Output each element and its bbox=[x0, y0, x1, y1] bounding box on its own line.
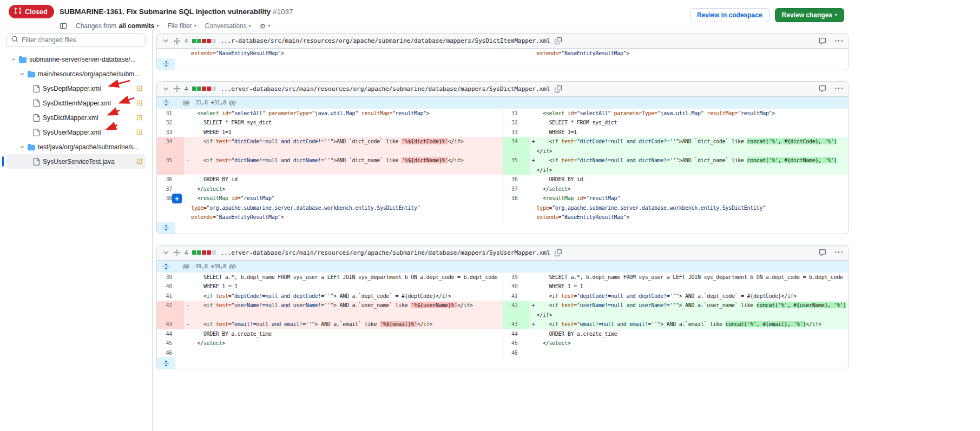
code-segment: > bbox=[461, 157, 464, 163]
line-number[interactable]: 35 bbox=[503, 156, 530, 175]
line-number[interactable] bbox=[157, 49, 184, 58]
comments-toggle-button[interactable] bbox=[819, 85, 826, 92]
line-number[interactable]: 42 bbox=[157, 301, 184, 320]
file-menu-button[interactable] bbox=[835, 85, 843, 92]
code-segment: > bbox=[549, 148, 552, 154]
expand-diff-button[interactable] bbox=[157, 222, 175, 234]
file-menu-button[interactable] bbox=[835, 249, 843, 256]
line-number[interactable]: 43 bbox=[157, 320, 184, 329]
line-number[interactable]: 41 bbox=[503, 291, 530, 301]
add-comment-button[interactable]: + bbox=[172, 194, 182, 203]
collapse-file-button[interactable] bbox=[162, 37, 169, 44]
code-segment: "dictName!=null and dictName!=''" bbox=[231, 157, 333, 163]
move-icon bbox=[174, 38, 180, 44]
line-number[interactable]: 36 bbox=[157, 175, 184, 184]
copy-path-button[interactable] bbox=[555, 85, 562, 92]
line-number[interactable]: 37 bbox=[157, 184, 184, 194]
code-line: ORDER BY id bbox=[184, 175, 503, 184]
comments-toggle-button[interactable] bbox=[819, 37, 826, 45]
line-number[interactable]: 41 bbox=[157, 291, 184, 301]
line-number[interactable]: 31 bbox=[157, 109, 184, 118]
line-number[interactable]: 42 bbox=[503, 301, 530, 320]
diff-sign bbox=[530, 339, 537, 348]
review-changes-label: Review changes bbox=[782, 11, 832, 19]
line-number[interactable]: 44 bbox=[503, 329, 530, 339]
diff-row: 40 WHERE 1 = 140 WHERE 1 = 1 bbox=[157, 282, 848, 291]
code-segment: "deptCode!=null and deptCode!=''" bbox=[231, 293, 333, 299]
line-number[interactable]: 40 bbox=[157, 282, 184, 291]
review-in-codespace-button[interactable]: Review in codespace bbox=[690, 8, 769, 22]
file-filter-input[interactable] bbox=[22, 36, 141, 44]
code-segment: if bbox=[543, 312, 549, 318]
diff-sign: - bbox=[184, 137, 191, 147]
review-changes-button[interactable]: Review changes ▾ bbox=[775, 8, 844, 22]
tree-file-sysdeptmapper-xml[interactable]: SysDeptMapper.xml bbox=[6, 81, 146, 96]
tree-file-sysdictmapper-xml[interactable]: SysDictMapper.xml bbox=[6, 110, 146, 125]
copy-path-button[interactable] bbox=[555, 249, 562, 256]
line-number[interactable]: 37 bbox=[503, 184, 530, 194]
file-menu-button[interactable] bbox=[835, 37, 843, 45]
code-cell: SELECT a.*, b.dept_name FROM sys_user a … bbox=[530, 273, 849, 282]
file-path[interactable]: ...erver-database/src/main/resources/org… bbox=[220, 249, 550, 256]
line-number[interactable]: 45 bbox=[503, 339, 530, 348]
collapse-file-button[interactable] bbox=[162, 249, 169, 256]
diff-sign bbox=[530, 348, 537, 358]
line-number[interactable]: 39 bbox=[157, 273, 184, 282]
diff-sign bbox=[184, 348, 191, 358]
line-number[interactable]: 45 bbox=[157, 339, 184, 348]
line-number[interactable] bbox=[503, 49, 530, 58]
line-number[interactable]: 33 bbox=[157, 128, 184, 137]
line-number[interactable]: 40 bbox=[503, 282, 530, 291]
collapse-file-button[interactable] bbox=[162, 85, 169, 92]
modified-icon bbox=[136, 115, 142, 121]
diff-row: 33 WHERE 1=133 WHERE 1=1 bbox=[157, 128, 848, 137]
diff-sign bbox=[184, 203, 191, 213]
tree-folder-submarine-server-server-database[interactable]: submarine-server/server-database/... bbox=[6, 52, 146, 67]
code-segment: > AND a.`email` like bbox=[660, 321, 725, 327]
line-number[interactable]: 32 bbox=[503, 118, 530, 128]
diff-settings-gear[interactable]: ⚙ ▾ bbox=[260, 23, 271, 30]
line-number[interactable]: 46 bbox=[503, 348, 530, 358]
code-segment: </ bbox=[537, 340, 549, 346]
file-tree-sidebar: submarine-server/server-database/...main… bbox=[0, 30, 153, 431]
file-path[interactable]: ...r-database/src/main/resources/org/apa… bbox=[220, 37, 550, 44]
comments-toggle-button[interactable] bbox=[819, 249, 826, 256]
diffstat-square-del bbox=[202, 250, 206, 255]
copy-path-button[interactable] bbox=[555, 37, 562, 44]
file-header-actions bbox=[819, 249, 843, 256]
tree-folder-test-java-org-apache-submarine-s[interactable]: test/java/org/apache/submarine/s... bbox=[6, 140, 146, 154]
line-number[interactable]: 33 bbox=[503, 128, 530, 137]
line-number[interactable]: 34 bbox=[503, 137, 530, 156]
code-line: <if test="deptCode!=null and deptCode!='… bbox=[184, 291, 503, 301]
diffstat-squares bbox=[192, 39, 216, 43]
file-path[interactable]: ...erver-database/src/main/resources/org… bbox=[220, 85, 550, 92]
tree-file-sysuserservicetest-java[interactable]: SysUserServiceTest.java bbox=[6, 154, 146, 169]
code-segment: test= bbox=[213, 157, 231, 163]
expand-hunk-button[interactable] bbox=[157, 97, 175, 109]
code-line: SELECT * FROM sys_dict bbox=[530, 118, 849, 128]
code-segment: >AND `dict_code` like bbox=[679, 138, 747, 144]
line-number[interactable]: 31 bbox=[503, 109, 530, 118]
conversations-dropdown[interactable]: Conversations ▾ bbox=[205, 22, 251, 30]
code-cell: - <if test="email!=null and email!=''"> … bbox=[184, 320, 503, 329]
line-number[interactable]: 43 bbox=[503, 320, 530, 329]
line-number[interactable]: 44 bbox=[157, 329, 184, 339]
tree-file-sysusermapper-xml[interactable]: SysUserMapper.xml bbox=[6, 125, 146, 140]
line-number[interactable]: 32 bbox=[157, 118, 184, 128]
expand-diff-button[interactable] bbox=[157, 58, 175, 70]
line-number[interactable]: 38 bbox=[503, 194, 530, 222]
line-number[interactable]: 34 bbox=[157, 137, 184, 156]
sidebar-toggle-button[interactable] bbox=[60, 22, 67, 30]
tree-file-sysdictitemmapper-xml[interactable]: SysDictItemMapper.xml bbox=[6, 96, 146, 110]
line-number[interactable]: 39 bbox=[503, 273, 530, 282]
code-line: <resultMap id="resultMap" bbox=[184, 194, 503, 203]
expand-diff-button[interactable] bbox=[157, 357, 175, 369]
line-number[interactable]: 46 bbox=[157, 348, 184, 358]
changes-from-dropdown[interactable]: Changes from all commits ▾ bbox=[76, 22, 159, 30]
file-filter-dropdown[interactable]: File filter ▾ bbox=[167, 22, 196, 30]
line-number[interactable]: 36 bbox=[503, 175, 530, 184]
tree-folder-main-resources-org-apache-subm[interactable]: main/resources/org/apache/subm... bbox=[6, 67, 146, 81]
diff-row: 43- <if test="email!=null and email!=''"… bbox=[157, 320, 848, 329]
expand-hunk-button[interactable] bbox=[157, 261, 175, 273]
line-number[interactable]: 35 bbox=[157, 156, 184, 175]
